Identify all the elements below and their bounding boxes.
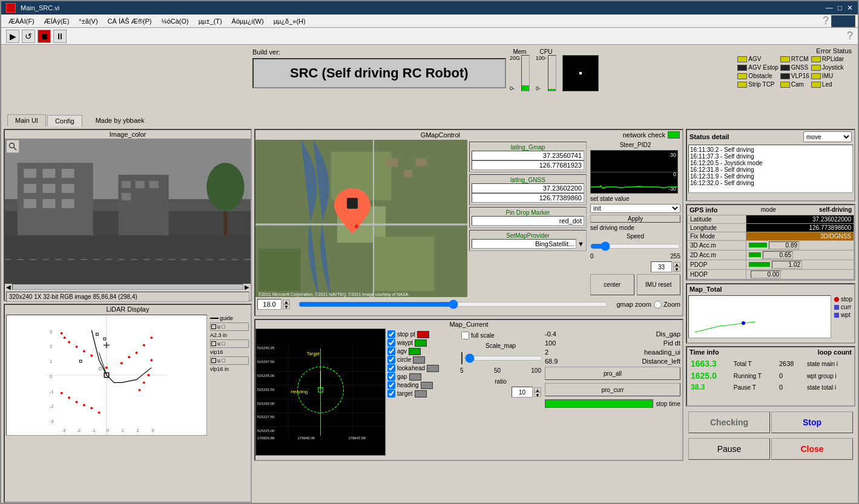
cb-target-input[interactable]: [387, 390, 395, 398]
cb-stop-pt-input[interactable]: [387, 330, 395, 338]
time-info-title: Time info: [690, 349, 719, 356]
imu-reset-btn[interactable]: IMU reset: [637, 274, 681, 295]
menu-help[interactable]: µµ¿δ_»(H): [269, 16, 311, 26]
close-btn[interactable]: ✕: [847, 4, 853, 12]
run-btn[interactable]: ▶: [6, 30, 19, 43]
network-check: network check: [623, 131, 680, 139]
zoom-slider[interactable]: [298, 299, 608, 309]
undo-btn[interactable]: ↺: [22, 30, 35, 43]
h-scrollbar[interactable]: [12, 284, 243, 290]
svg-text:179947.88: 179947.88: [348, 436, 366, 440]
app-title: SRC (Self driving RC Robot): [252, 58, 506, 88]
speed-input[interactable]: [651, 261, 672, 272]
pause-btn[interactable]: Pause: [688, 438, 770, 460]
scroll-left-btn[interactable]: ◀: [6, 284, 11, 290]
gps-mode-value: self-driving: [819, 206, 852, 214]
pin-drop-label: Pin Drop Marker: [472, 209, 584, 216]
pid-dt-row: 100 Pid dt: [545, 339, 680, 347]
minimize-btn[interactable]: —: [826, 4, 833, 12]
gps-info-panel: GPS info mode self-driving Latitude 37.2…: [686, 204, 855, 281]
acc2d-row: 2D Acc.m 0.65: [688, 250, 854, 260]
svg-point-52: [150, 359, 153, 361]
dis-gap-row: -0.4 Dis_gap: [545, 330, 680, 338]
stop-btn[interactable]: Stop: [771, 411, 853, 433]
menu-project[interactable]: CÁ ÍÁŜ Æ®(P): [103, 16, 157, 26]
maximize-btn[interactable]: □: [838, 4, 842, 12]
help2-icon[interactable]: ?: [847, 30, 853, 42]
ratio-input[interactable]: [512, 387, 533, 398]
svg-text:515227.50: 515227.50: [257, 414, 275, 419]
agv-indicator: AGV: [737, 56, 778, 62]
cb-circle: circle: [387, 356, 456, 364]
status-detail-dropdown[interactable]: move: [803, 131, 852, 142]
svg-rect-6: [62, 169, 74, 178]
zoom-down-btn[interactable]: ▼: [283, 304, 290, 309]
image-search-btn[interactable]: [6, 140, 19, 153]
help-icon[interactable]: ?: [823, 15, 829, 27]
menu-tools[interactable]: µµ±_(T): [194, 16, 227, 26]
checking-btn[interactable]: Checking: [688, 411, 770, 433]
svg-rect-11: [42, 199, 55, 208]
cb-gap-input[interactable]: [387, 373, 395, 381]
zoom-radio-label: Zoom: [654, 301, 680, 309]
latlng-gmap-label: latlng_Gmap: [472, 144, 584, 151]
svg-point-42: [68, 341, 70, 344]
svg-rect-65: [99, 368, 102, 370]
lng-row: Longitude 126.773898600: [688, 224, 854, 232]
speed-down-btn[interactable]: ▼: [673, 267, 680, 272]
pdop-value: 1.02: [772, 261, 802, 269]
menu-edit[interactable]: ÆÍÁý(E): [39, 16, 74, 26]
svg-text:©2021 Microsoft Corporation, ©: ©2021 Microsoft Corporation, ©2021 NAVTE…: [258, 292, 409, 297]
stop-run-btn[interactable]: ⏹: [38, 30, 51, 43]
tab-main-ui[interactable]: Main UI: [7, 114, 46, 126]
ratio-up-btn[interactable]: ▲: [534, 387, 541, 392]
scroll-right-btn[interactable]: ▶: [245, 284, 249, 290]
steer-pid-label: Steer_PID2: [590, 142, 680, 148]
pro-curr-btn[interactable]: pro_curr: [545, 383, 680, 396]
svg-text:Heading: Heading: [291, 389, 308, 394]
center-btn[interactable]: center: [590, 274, 634, 295]
pause-run-btn[interactable]: ⏸: [53, 30, 67, 43]
apply-btn[interactable]: Apply: [590, 215, 680, 223]
provider-dropdown-icon[interactable]: ▼: [578, 240, 584, 247]
svg-rect-64: [79, 360, 82, 362]
tab-config[interactable]: Config: [47, 115, 82, 126]
map-container[interactable]: + ©2021 Microsoft Corporation, ©2021 NAV…: [255, 140, 467, 297]
cb-lookahead-input[interactable]: [387, 364, 395, 372]
menu-file[interactable]: ÆÀÀI(F): [4, 16, 39, 26]
title-bar: Main_SRC.vi — □ ✕: [1, 1, 858, 15]
menu-window[interactable]: Áöµµ¿i(W): [227, 16, 269, 26]
camera-image: [5, 139, 251, 284]
cb-circle-input[interactable]: [387, 356, 395, 364]
state-dropdown[interactable]: init: [590, 204, 680, 213]
time-info-header: Time info loop count: [687, 347, 854, 357]
speed-up-btn[interactable]: ▲: [673, 262, 680, 267]
gnss-indicator: GNSS: [780, 64, 809, 71]
zoom-input[interactable]: [257, 299, 281, 310]
svg-point-45: [90, 355, 93, 357]
map-checkboxes: stop pt waypt agv: [386, 329, 458, 456]
cb-heading-input[interactable]: [387, 381, 395, 389]
status-detail-panel: Status detail move 16:11:30.2 - Self dri…: [686, 129, 855, 201]
latlng-gnss-section: latlng_GNSS 37.23602200 126.77389860: [469, 174, 587, 205]
svg-point-58: [83, 404, 85, 407]
fullscale-input[interactable]: [461, 332, 469, 339]
menu-view[interactable]: °±ã(V): [74, 16, 102, 26]
cb-agv-input[interactable]: [387, 347, 395, 355]
menu-operate[interactable]: ¼óCà(O): [156, 16, 193, 26]
svg-text:515237.50: 515237.50: [257, 359, 275, 364]
speed-slider[interactable]: [590, 241, 680, 251]
hdop-value: 0.00: [751, 270, 781, 278]
zoom-radio[interactable]: [654, 301, 662, 309]
vlp16in-legend: vlp16 in: [210, 366, 249, 372]
ratio-down-btn[interactable]: ▼: [534, 392, 541, 397]
scale-slider[interactable]: [465, 355, 543, 362]
close-app-btn[interactable]: Close: [771, 438, 853, 460]
gmap-zoom-label: gmap zoom: [616, 301, 651, 308]
cb-agv: agv: [387, 347, 456, 355]
svg-text:-3: -3: [62, 428, 66, 433]
svg-text:Target: Target: [307, 351, 320, 356]
time-table: 1663.3 Total T 2638 state main i 1625.0 …: [687, 357, 854, 393]
pro-all-btn[interactable]: pro_all: [545, 367, 680, 380]
cb-waypt-input[interactable]: [387, 339, 395, 347]
